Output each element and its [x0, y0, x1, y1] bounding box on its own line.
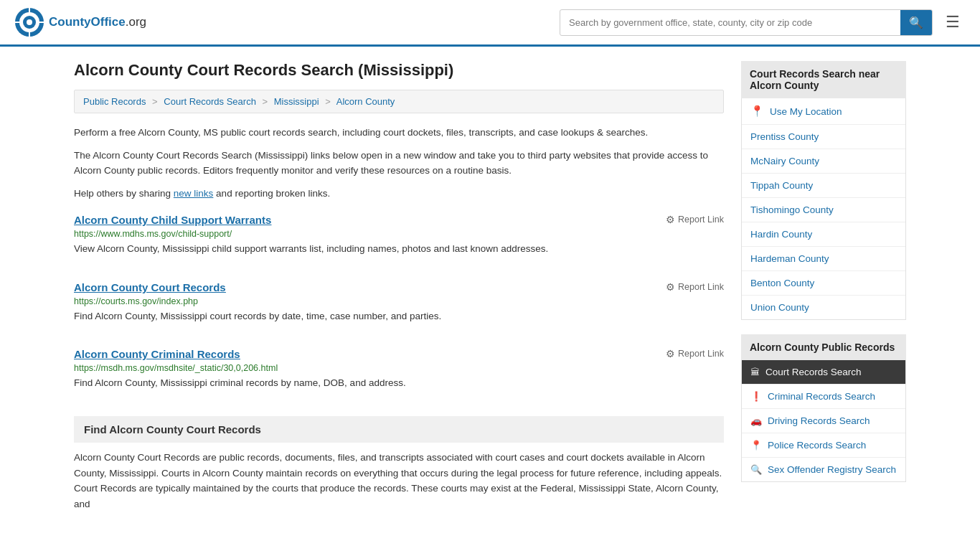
report-link-1[interactable]: ⚙ Report Link — [666, 281, 724, 293]
breadcrumb-mississippi[interactable]: Mississippi — [274, 96, 319, 107]
county-link-2[interactable]: Tippah County — [750, 180, 813, 191]
pub-rec-link-0[interactable]: Court Records Search — [765, 367, 862, 377]
breadcrumb-alcorn-county[interactable]: Alcorn County — [336, 96, 395, 107]
logo-icon — [14, 7, 44, 37]
pub-rec-item-4[interactable]: 🔍 Sex Offender Registry Search — [742, 458, 905, 481]
logo-area[interactable]: CountyOffice.org — [14, 7, 146, 37]
header-right: 🔍 ☰ — [560, 9, 966, 36]
report-label-1[interactable]: Report Link — [678, 282, 724, 292]
use-my-location-link[interactable]: Use My Location — [770, 106, 842, 117]
sidebar-county-5[interactable]: Hardeman County — [742, 247, 905, 271]
pub-rec-icon-1: ❗ — [750, 391, 762, 402]
pub-rec-link-2[interactable]: Driving Records Search — [768, 415, 870, 426]
sidebar-county-0[interactable]: Prentiss County — [742, 125, 905, 149]
description-2: The Alcorn County Court Records Search (… — [74, 148, 724, 179]
report-link-2[interactable]: ⚙ Report Link — [666, 348, 724, 359]
county-link-1[interactable]: McNairy County — [750, 156, 819, 166]
county-link-0[interactable]: Prentiss County — [750, 131, 819, 142]
breadcrumb-public-records[interactable]: Public Records — [83, 96, 146, 107]
search-input[interactable] — [560, 11, 900, 34]
sidebar-nearby-links: 📍 Use My Location Prentiss CountyMcNairy… — [741, 98, 906, 320]
logo-text: CountyOffice.org — [49, 15, 146, 29]
sidebar-county-3[interactable]: Tishomingo County — [742, 198, 905, 222]
pub-rec-link-4[interactable]: Sex Offender Registry Search — [768, 464, 896, 475]
report-icon-2: ⚙ — [666, 348, 675, 359]
record-entry-2: Alcorn County Criminal Records ⚙ Report … — [74, 348, 724, 402]
pub-rec-icon-4: 🔍 — [750, 464, 762, 475]
pub-rec-item-2[interactable]: 🚗 Driving Records Search — [742, 409, 905, 433]
breadcrumb-court-records-search[interactable]: Court Records Search — [164, 96, 256, 107]
nearby-counties-list: Prentiss CountyMcNairy CountyTippah Coun… — [742, 125, 905, 319]
pub-rec-link-1[interactable]: Criminal Records Search — [768, 391, 875, 402]
desc3-suffix: and reporting broken links. — [213, 188, 330, 199]
record-title-0[interactable]: Alcorn County Child Support Warrants — [74, 214, 271, 226]
report-icon-1: ⚙ — [666, 281, 675, 293]
report-label-2[interactable]: Report Link — [678, 349, 724, 359]
pub-rec-icon-0: 🏛 — [750, 367, 760, 377]
pub-rec-item-0[interactable]: 🏛 Court Records Search — [742, 360, 905, 385]
county-link-3[interactable]: Tishomingo County — [750, 204, 834, 215]
sidebar-county-1[interactable]: McNairy County — [742, 149, 905, 174]
record-entry-1: Alcorn County Court Records ⚙ Report Lin… — [74, 281, 724, 335]
public-records-title: Alcorn County Public Records — [741, 334, 906, 360]
page-title: Alcorn County Court Records Search (Miss… — [74, 61, 724, 80]
record-desc-2: Find Alcorn County, Mississippi criminal… — [74, 376, 724, 390]
hamburger-menu-icon[interactable]: ☰ — [940, 10, 966, 34]
breadcrumb-sep2: > — [263, 96, 268, 107]
new-links-link[interactable]: new links — [174, 188, 214, 199]
search-bar: 🔍 — [560, 9, 933, 36]
breadcrumb-sep1: > — [152, 96, 158, 107]
county-link-4[interactable]: Hardin County — [750, 229, 812, 240]
site-header: CountyOffice.org 🔍 ☰ — [0, 0, 980, 47]
content-area: Alcorn County Court Records Search (Miss… — [74, 61, 724, 512]
sidebar-county-6[interactable]: Benton County — [742, 271, 905, 296]
records-container: Alcorn County Child Support Warrants ⚙ R… — [74, 214, 724, 402]
breadcrumb-sep3: > — [325, 96, 331, 107]
county-link-5[interactable]: Hardeman County — [750, 253, 829, 264]
pub-rec-link-3[interactable]: Police Records Search — [768, 440, 866, 451]
record-url-0: https://www.mdhs.ms.gov/child-support/ — [74, 229, 724, 239]
find-section-header: Find Alcorn County Court Records — [74, 416, 724, 443]
pub-rec-item-1[interactable]: ❗ Criminal Records Search — [742, 385, 905, 409]
sidebar-use-my-location[interactable]: 📍 Use My Location — [742, 98, 905, 125]
record-title-2[interactable]: Alcorn County Criminal Records — [74, 348, 240, 360]
record-url-2: https://msdh.ms.gov/msdhsite/_static/30,… — [74, 363, 724, 373]
record-title-1[interactable]: Alcorn County Court Records — [74, 281, 226, 293]
pub-rec-item-3[interactable]: 📍 Police Records Search — [742, 433, 905, 458]
county-link-6[interactable]: Benton County — [750, 278, 814, 288]
record-desc-1: Find Alcorn County, Mississippi court re… — [74, 309, 724, 324]
description-3: Help others by sharing new links and rep… — [74, 186, 724, 202]
svg-point-3 — [27, 19, 32, 25]
sidebar-county-7[interactable]: Union County — [742, 296, 905, 319]
breadcrumb: Public Records > Court Records Search > … — [74, 90, 724, 113]
record-link-2[interactable]: Alcorn County Criminal Records — [74, 348, 240, 360]
public-records-list: 🏛 Court Records Search ❗ Criminal Record… — [741, 360, 906, 482]
search-button[interactable]: 🔍 — [900, 10, 932, 35]
pub-rec-icon-3: 📍 — [750, 440, 762, 451]
sidebar: Court Records Search near Alcorn County … — [741, 61, 906, 512]
sidebar-county-2[interactable]: Tippah County — [742, 174, 905, 198]
find-section-description: Alcorn County Court Records are public r… — [74, 450, 724, 512]
desc3-prefix: Help others by sharing — [74, 188, 174, 199]
pub-rec-icon-2: 🚗 — [750, 415, 762, 426]
sidebar-county-4[interactable]: Hardin County — [742, 222, 905, 247]
report-icon-0: ⚙ — [666, 214, 675, 225]
record-desc-0: View Alcorn County, Mississippi child su… — [74, 242, 724, 256]
location-pin-icon: 📍 — [750, 105, 764, 118]
record-entry-0: Alcorn County Child Support Warrants ⚙ R… — [74, 214, 724, 268]
report-label-0[interactable]: Report Link — [678, 215, 724, 225]
county-link-7[interactable]: Union County — [750, 302, 809, 313]
sidebar-nearby-title: Court Records Search near Alcorn County — [741, 61, 906, 98]
report-link-0[interactable]: ⚙ Report Link — [666, 214, 724, 225]
record-link-0[interactable]: Alcorn County Child Support Warrants — [74, 214, 271, 226]
description-1: Perform a free Alcorn County, MS public … — [74, 125, 724, 141]
main-container: Alcorn County Court Records Search (Miss… — [60, 47, 920, 527]
record-link-1[interactable]: Alcorn County Court Records — [74, 281, 226, 293]
record-url-1: https://courts.ms.gov/index.php — [74, 296, 724, 306]
